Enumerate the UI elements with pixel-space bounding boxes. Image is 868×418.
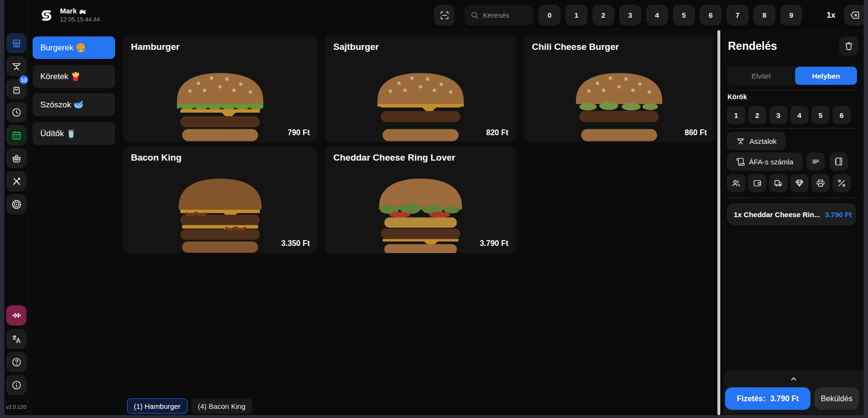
vat-invoice-button[interactable]: ÁFA-s számla	[727, 152, 802, 171]
customers-button[interactable]	[727, 174, 745, 192]
main-scrollbar[interactable]	[717, 30, 720, 415]
barcode-scan-button[interactable]	[434, 5, 455, 25]
window-frame-right	[864, 0, 868, 418]
translate-icon	[11, 334, 22, 345]
toggle-takeaway[interactable]: Elvitel	[727, 67, 795, 85]
order-panel-title: Rendelés	[728, 40, 777, 53]
gear-icon	[11, 199, 22, 210]
digit-button-3[interactable]: 3	[619, 5, 641, 25]
digit-button-7[interactable]: 7	[727, 5, 749, 25]
nav-calendar-button[interactable]	[6, 125, 26, 145]
expand-summary-button[interactable]	[783, 373, 804, 384]
pay-button[interactable]: Fizetés: 3.790 Ft	[725, 387, 810, 410]
digit-button-6[interactable]: 6	[700, 5, 722, 25]
product-price: 3.790 Ft	[480, 239, 508, 248]
bar-table-icon	[736, 137, 745, 146]
category-burgerek[interactable]: Burgerek 🍔	[33, 36, 115, 59]
clock-icon	[11, 107, 22, 118]
search-input[interactable]	[483, 11, 526, 19]
nav-store-button[interactable]	[6, 33, 26, 53]
nav-tables-button[interactable]	[6, 56, 26, 76]
round-button-2[interactable]: 2	[748, 106, 766, 124]
chevron-up-icon	[788, 373, 799, 384]
round-button-5[interactable]: 5	[811, 106, 830, 124]
text-lines-icon	[811, 157, 821, 166]
product-card-bacon-king[interactable]: Bacon King 3.350 Ft	[123, 146, 317, 253]
nav-basket-button[interactable]	[6, 148, 26, 168]
wallet-button[interactable]	[748, 174, 766, 192]
digit-button-9[interactable]: 9	[780, 5, 802, 25]
round-button-6[interactable]: 6	[833, 106, 851, 124]
category-uditok[interactable]: Üdítők 🥤	[33, 122, 115, 145]
search-icon	[470, 11, 479, 20]
product-card-cheddar-ring-lover[interactable]: Cheddar Cheese Ring Lover 3.790 Ft	[325, 146, 516, 253]
product-card-sajtburger[interactable]: Sajtburger 820 Ft	[325, 35, 516, 142]
receipt-scroll-icon	[736, 157, 745, 166]
product-name: Sajtburger	[333, 42, 379, 52]
bar-table-icon	[11, 61, 22, 72]
discount-button[interactable]	[833, 174, 851, 192]
product-price: 860 Ft	[685, 128, 707, 137]
digit-button-8[interactable]: 8	[753, 5, 775, 25]
printer-icon	[816, 178, 825, 188]
nav-history-button[interactable]	[6, 102, 26, 122]
product-price: 790 Ft	[288, 128, 310, 137]
digit-button-0[interactable]: 0	[539, 5, 561, 25]
delivery-button[interactable]	[769, 174, 787, 192]
clock-text: 12.05.15:44:44	[60, 16, 100, 23]
round-button-4[interactable]: 4	[790, 106, 809, 124]
app-version: v2.0.120	[4, 404, 28, 410]
digit-button-1[interactable]: 1	[565, 5, 587, 25]
burger-photo	[160, 172, 281, 253]
round-button-3[interactable]: 3	[769, 106, 787, 124]
analytics-button[interactable]	[6, 305, 26, 325]
nav-edit-tools-button[interactable]	[6, 171, 26, 191]
divider	[727, 90, 857, 91]
window-frame-left	[0, 0, 4, 418]
product-card-chili-cheese[interactable]: Chili Cheese Burger 860 Ft	[524, 35, 715, 142]
nav-orders-button[interactable]: 13	[6, 79, 26, 99]
order-line-item[interactable]: 1x Cheddar Cheese Rin... 3.790 Ft	[727, 203, 856, 225]
order-tab-hamburger[interactable]: (1) Hamburger	[127, 398, 188, 414]
help-button[interactable]	[6, 352, 26, 372]
round-button-1[interactable]: 1	[727, 106, 745, 124]
order-tab-bacon-king[interactable]: (4) Bacon King	[191, 398, 252, 414]
calendar-icon	[11, 130, 22, 141]
digit-button-2[interactable]: 2	[592, 5, 614, 25]
toggle-dine-in[interactable]: Helyben	[795, 67, 857, 85]
order-notes-button[interactable]	[807, 152, 825, 171]
product-name: Bacon King	[131, 152, 182, 163]
pos-app: Mark 🏍 12.05.15:44:44 0 1 2 3 4 5 6 7 8 …	[4, 0, 864, 415]
divider	[727, 128, 857, 128]
wallet-icon	[752, 178, 762, 188]
brand-logo	[38, 7, 55, 23]
search-box	[464, 5, 533, 25]
info-icon	[11, 380, 22, 391]
loyalty-button[interactable]	[790, 174, 809, 192]
product-price: 820 Ft	[486, 128, 508, 137]
digit-button-4[interactable]: 4	[646, 5, 668, 25]
icon-rail: 13 v2.0.120	[4, 0, 28, 415]
language-button[interactable]	[6, 329, 26, 349]
backspace-button[interactable]	[844, 5, 864, 25]
order-panel: Rendelés Elvitel Helyben Körök 1 2 3 4 5…	[723, 30, 864, 415]
category-szoszok[interactable]: Szószok 🥣	[33, 93, 115, 116]
percent-icon	[837, 178, 846, 188]
backspace-icon	[849, 10, 860, 21]
truck-icon	[774, 178, 783, 188]
submit-order-button[interactable]: Beküldés	[814, 387, 859, 410]
service-type-toggle: Elvitel Helyben	[727, 67, 857, 85]
category-koretek[interactable]: Köretek 🍟	[33, 65, 115, 88]
digit-button-5[interactable]: 5	[673, 5, 695, 25]
product-card-hamburger[interactable]: Hamburger 790 Ft	[123, 35, 317, 142]
notebook-button[interactable]	[830, 152, 848, 171]
nav-settings-button[interactable]	[6, 194, 26, 214]
product-name: Chili Cheese Burger	[532, 42, 619, 52]
print-button[interactable]	[811, 174, 830, 192]
crossed-pens-icon	[11, 176, 22, 187]
clear-order-button[interactable]	[839, 36, 858, 56]
order-item-price: 3.790 Ft	[825, 210, 852, 219]
tables-button[interactable]: Asztalok	[727, 132, 786, 150]
info-button[interactable]	[6, 375, 26, 395]
question-icon	[11, 357, 22, 368]
